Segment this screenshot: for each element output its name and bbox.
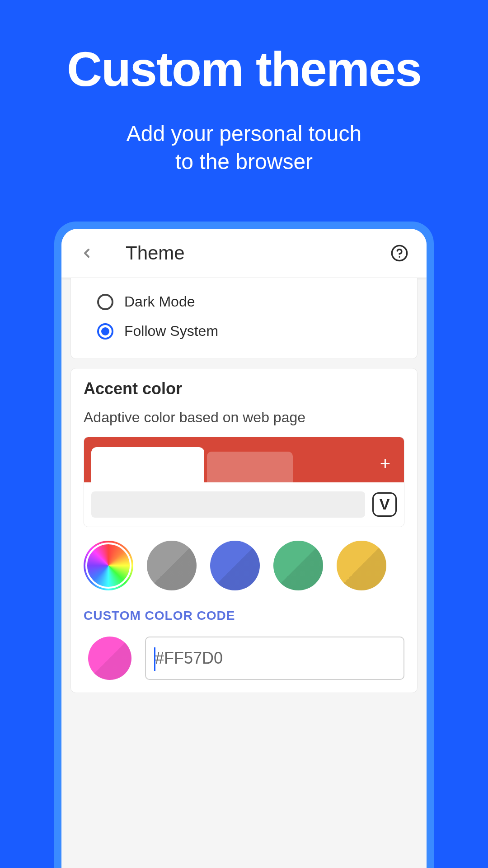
page-title: Theme [126,242,185,264]
swatch-gray[interactable] [147,541,197,590]
custom-color-row: #FF57D0 [84,637,404,680]
help-icon[interactable] [390,244,408,262]
swatch-green[interactable] [273,541,323,590]
accent-title: Accent color [84,379,404,398]
theme-preview: + [84,437,404,527]
hero-title: Custom themes [0,41,488,97]
preview-urlbar [91,491,365,518]
radio-icon [97,294,113,310]
preview-tabbar: + [84,437,404,482]
theme-mode-card: Dark Mode Follow System [70,278,418,359]
preview-tab-active [91,447,204,482]
hero-subtitle: Add your personal touch to the browser [0,120,488,176]
custom-color-input[interactable]: #FF57D0 [145,637,404,680]
promo-hero: Custom themes Add your personal touch to… [0,0,488,176]
swatch-yellow[interactable] [337,541,386,590]
plus-icon: + [380,453,390,474]
preview-tab-inactive [207,452,293,482]
accent-color-card: Accent color Adaptive color based on web… [70,368,418,693]
custom-color-swatch[interactable] [88,637,131,680]
radio-dark-mode[interactable]: Dark Mode [84,287,404,316]
settings-header: Theme [61,229,427,278]
back-icon[interactable] [80,246,94,260]
radio-label: Follow System [124,323,218,340]
svg-point-1 [399,256,400,258]
swatch-adaptive[interactable] [84,541,133,590]
color-swatches [84,541,404,590]
text-cursor [154,647,155,671]
phone-screen: Theme Dark Mode Follow System Accent co [61,229,427,868]
swatch-blue[interactable] [210,541,260,590]
phone-frame: Theme Dark Mode Follow System Accent co [54,222,434,868]
radio-follow-system[interactable]: Follow System [84,316,404,346]
preview-toolbar [84,482,404,527]
radio-icon-selected [97,323,113,340]
custom-color-label: CUSTOM COLOR CODE [84,609,404,623]
radio-label: Dark Mode [124,293,195,310]
vivaldi-icon [372,492,397,517]
accent-description: Adaptive color based on web page [84,409,404,426]
